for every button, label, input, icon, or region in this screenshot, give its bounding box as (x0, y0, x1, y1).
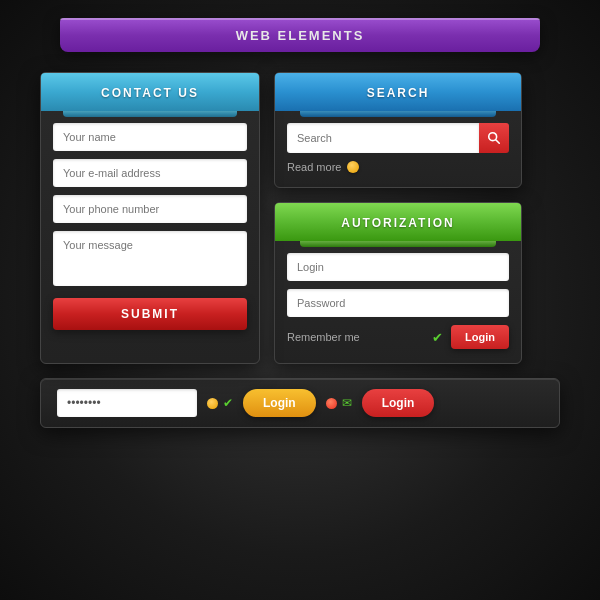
login-orange-button[interactable]: Login (243, 389, 316, 417)
name-input[interactable] (53, 123, 247, 151)
orange-dot-icon (347, 161, 359, 173)
bottom-envelope-icon: ✉ (342, 396, 352, 410)
checkmark-icon: ✔ (432, 330, 443, 345)
submit-button[interactable]: SUBMIT (53, 298, 247, 330)
bottom-red-dot (326, 398, 337, 409)
search-panel: SEARCH Read more (274, 72, 522, 188)
auth-header: AUTORIZATION (275, 203, 521, 241)
remember-label: Remember me (287, 331, 424, 343)
search-button[interactable] (479, 123, 509, 153)
bottom-check-icon: ✔ (223, 396, 233, 410)
search-header-text: SEARCH (367, 86, 430, 100)
contact-panel: CONTACT US SUBMIT (40, 72, 260, 364)
phone-input[interactable] (53, 195, 247, 223)
contact-header: CONTACT US (41, 73, 259, 111)
auth-form (275, 253, 521, 317)
search-header: SEARCH (275, 73, 521, 111)
right-panels: SEARCH Read more AUTORIZATION (274, 72, 522, 364)
top-banner: WEB ELEMENTS (60, 18, 540, 52)
contact-header-text: CONTACT US (101, 86, 199, 100)
login-button[interactable]: Login (451, 325, 509, 349)
read-more-text: Read more (287, 161, 341, 173)
auth-panel: AUTORIZATION Remember me ✔ Login (274, 202, 522, 364)
main-area: CONTACT US SUBMIT SEARCH (40, 72, 560, 364)
bottom-icons-left: ✔ (207, 396, 233, 410)
bottom-icons-right: ✉ (326, 396, 352, 410)
login-red-button[interactable]: Login (362, 389, 435, 417)
read-more-row: Read more (275, 161, 521, 173)
search-icon (487, 131, 501, 145)
message-input[interactable] (53, 231, 247, 286)
svg-line-1 (496, 140, 500, 144)
search-input[interactable] (287, 123, 479, 153)
email-input[interactable] (53, 159, 247, 187)
bottom-bar: ✔ Login ✉ Login (40, 378, 560, 428)
password-input[interactable] (287, 289, 509, 317)
auth-header-text: AUTORIZATION (341, 216, 455, 230)
bottom-password-input[interactable] (57, 389, 197, 417)
bottom-orange-dot (207, 398, 218, 409)
banner-title: WEB ELEMENTS (236, 28, 365, 43)
remember-row: Remember me ✔ Login (275, 325, 521, 349)
search-input-row (275, 123, 521, 153)
login-input[interactable] (287, 253, 509, 281)
contact-form: SUBMIT (41, 123, 259, 330)
